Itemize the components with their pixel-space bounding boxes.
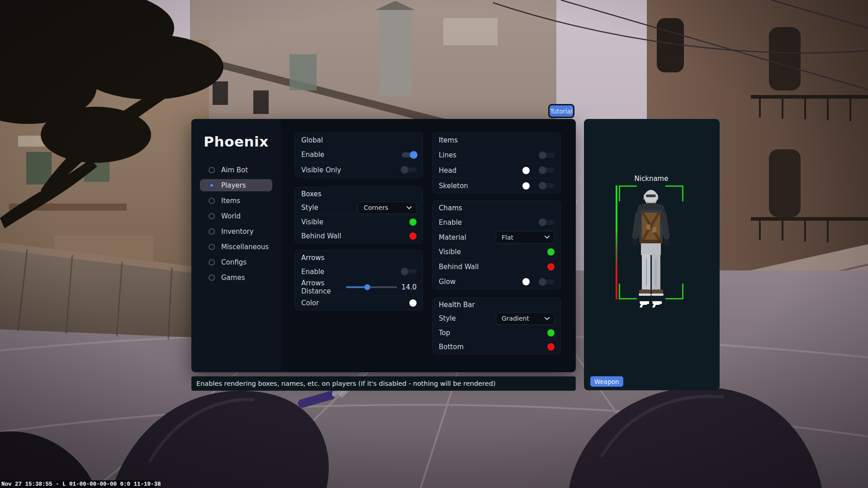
skeleton-toggle[interactable]: [540, 183, 555, 188]
setting-label: Skeleton: [439, 182, 468, 190]
setting-row-behind-wall: Behind Wall: [301, 229, 417, 243]
toggle-knob: [539, 218, 546, 226]
health-bar-style-dropdown[interactable]: Gradient: [496, 313, 555, 325]
card-items: Items Lines Head Skeleton: [432, 133, 561, 194]
status-text: Enables rendering boxes, names, etc. on …: [196, 380, 496, 387]
arrow-color-swatch[interactable]: [409, 299, 417, 307]
chevron-down-icon: [407, 206, 412, 209]
cheat-menu-panel: Phoenix Aim Bot Players Items World: [191, 119, 576, 372]
toggle-knob: [539, 152, 546, 159]
setting-row-behind-wall: Behind Wall: [439, 259, 555, 274]
radio-icon: [209, 228, 215, 235]
card-chams: Chams Enable Material Flat Visible: [432, 200, 561, 289]
visible-only-toggle[interactable]: [402, 167, 417, 172]
chams-enable-toggle[interactable]: [540, 220, 555, 225]
sidebar-item-items[interactable]: Items: [200, 194, 272, 207]
slider-group: 14.0: [346, 283, 417, 291]
setting-label: Bottom: [439, 343, 464, 351]
menu-nav: Aim Bot Players Items World Inventory: [191, 164, 281, 284]
setting-label: Enable: [439, 218, 462, 227]
control-group: [522, 167, 555, 174]
radio-icon: [209, 213, 215, 219]
setting-label: Style: [439, 314, 456, 322]
radio-icon: [209, 244, 215, 250]
card-global: Global Enable Visible Only: [295, 133, 423, 178]
sidebar-item-inventory[interactable]: Inventory: [200, 225, 272, 237]
menu-content: Global Enable Visible Only Boxes Style C…: [281, 119, 576, 372]
bottom-color-swatch[interactable]: [547, 343, 555, 351]
box-style-dropdown[interactable]: Corners: [358, 202, 417, 214]
tutorial-button[interactable]: Tutorial: [548, 104, 574, 118]
sidebar-item-label: Configs: [221, 258, 247, 266]
setting-row-style: Style Corners: [301, 201, 417, 214]
card-title: Chams: [439, 201, 555, 215]
toggle-knob: [539, 166, 546, 174]
toggle-knob: [401, 268, 408, 275]
glow-toggle[interactable]: [540, 280, 555, 284]
card-title: Arrows: [301, 251, 417, 265]
setting-label: Enable: [301, 268, 324, 276]
slider-value: 14.0: [402, 283, 417, 291]
setting-label: Glow: [439, 278, 455, 286]
top-color-swatch[interactable]: [547, 329, 555, 336]
arrows-distance-slider[interactable]: [346, 286, 397, 288]
sidebar-item-label: Games: [221, 274, 245, 282]
arrows-enable-toggle[interactable]: [402, 269, 417, 274]
game-screen: OH Tutorial Phoenix Aim Bot: [0, 0, 868, 488]
weapon-button[interactable]: Weapon: [590, 376, 623, 387]
card-health-bar: Health Bar Style Gradient Top Bottom: [432, 298, 561, 354]
dropdown-value: Corners: [364, 204, 388, 211]
card-title: Items: [439, 133, 555, 148]
behind-wall-color-swatch[interactable]: [409, 232, 417, 240]
setting-label: Visible: [439, 248, 461, 256]
sidebar-item-label: Miscellaneous: [221, 243, 269, 251]
sidebar-item-label: Players: [221, 181, 246, 190]
menu-sidebar: Phoenix Aim Bot Players Items World: [191, 119, 281, 372]
setting-label: Behind Wall: [439, 263, 479, 271]
skeleton-color-swatch[interactable]: [522, 182, 530, 190]
watermark-bar: Nov 27 15:38:55 - L 01-00-00-00-00 0:0 1…: [0, 480, 155, 488]
setting-row-enable: Enable: [301, 147, 417, 162]
setting-label: Material: [439, 233, 466, 242]
setting-row-material: Material Flat: [439, 230, 555, 245]
setting-label: Top: [439, 329, 450, 337]
card-title: Health Bar: [439, 298, 555, 312]
player-model: [620, 186, 682, 299]
material-dropdown[interactable]: Flat: [496, 231, 555, 243]
behind-wall-color-swatch[interactable]: [547, 263, 555, 270]
setting-row-visible: Visible: [301, 215, 417, 229]
radio-icon: [209, 198, 215, 204]
head-toggle[interactable]: [540, 168, 555, 173]
sidebar-item-configs[interactable]: Configs: [200, 256, 272, 268]
setting-label: Color: [301, 299, 319, 307]
player-preview-panel: Nickname: [584, 119, 720, 390]
sidebar-item-aim-bot[interactable]: Aim Bot: [200, 164, 272, 176]
card-arrows: Arrows Enable Arrows Distance 14.0: [295, 250, 423, 310]
visible-color-swatch[interactable]: [409, 218, 417, 226]
head-color-swatch[interactable]: [522, 167, 530, 174]
setting-row-visible: Visible: [439, 244, 555, 259]
enable-toggle[interactable]: [402, 152, 417, 157]
glow-color-swatch[interactable]: [522, 278, 530, 285]
control-group: [522, 182, 555, 190]
radio-icon: [209, 259, 215, 265]
control-group: [522, 278, 555, 285]
setting-label: Visible: [301, 218, 323, 226]
setting-label: Behind Wall: [301, 232, 341, 240]
setting-row-arrows-distance: Arrows Distance 14.0: [301, 279, 417, 295]
sidebar-item-world[interactable]: World: [200, 210, 272, 222]
setting-label: Arrows Distance: [301, 279, 346, 295]
visible-color-swatch[interactable]: [547, 248, 555, 256]
preview-nickname: Nickname: [584, 175, 719, 183]
status-bar: Enables rendering boxes, names, etc. on …: [191, 376, 576, 391]
sidebar-item-players[interactable]: Players: [200, 179, 272, 191]
card-title: Global: [301, 133, 417, 147]
lines-toggle[interactable]: [540, 153, 555, 158]
radio-icon: [209, 167, 215, 173]
slider-knob[interactable]: [365, 284, 370, 290]
sidebar-item-games[interactable]: Games: [200, 271, 272, 284]
preview-health-bar: [616, 185, 617, 299]
sidebar-item-label: Items: [221, 197, 240, 205]
sidebar-item-miscellaneous[interactable]: Miscellaneous: [200, 241, 272, 253]
setting-label: Head: [439, 166, 456, 175]
